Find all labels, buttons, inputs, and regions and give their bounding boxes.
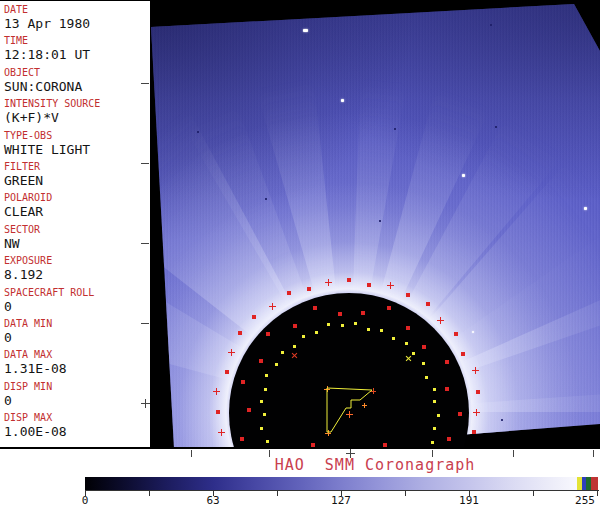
intensity-colorbar [85,477,598,490]
metadata-field: SPACECRAFT ROLL0 [0,284,150,315]
field-value: NW [4,236,150,251]
field-label: DATA MIN [4,315,150,330]
overlay-markers [150,1,600,447]
field-label: TYPE-OBS [4,127,150,142]
left-fiducial-plus [141,399,150,408]
field-label: DATE [4,1,150,16]
field-label: OBJECT [4,64,150,79]
metadata-field: EXPOSURE8.192 [0,252,150,283]
metadata-field: DATA MIN0 [0,315,150,346]
metadata-field: DATA MAX1.31E-08 [0,346,150,377]
metadata-field: DATE13 Apr 1980 [0,1,150,32]
field-label: TIME [4,32,150,47]
field-value: 8.192 [4,267,150,282]
pylon-outline [150,1,600,447]
left-fiducial-tick [141,163,149,164]
colorbar-tick-label: 127 [331,494,351,507]
colorbar-axis [85,490,599,491]
field-value: (K+F)*V [4,110,150,125]
colorbar-tick [597,490,598,496]
field-label: SPACECRAFT ROLL [4,284,150,299]
bottom-fiducial-tick [191,450,192,457]
colorbar-tick-label: 0 [82,494,89,507]
field-label: DISP MIN [4,378,150,393]
field-label: FILTER [4,158,150,173]
left-fiducial-tick [141,83,149,84]
field-value: 0 [4,393,150,408]
pylon-path [327,388,372,432]
left-fiducial-tick [141,323,149,324]
colorbar-tick [405,490,406,496]
metadata-field: INTENSITY SOURCE(K+F)*V [0,95,150,126]
colorbar-tick [533,490,534,496]
field-value: 13 Apr 1980 [4,16,150,31]
field-value: 0 [4,330,150,345]
metadata-field: DISP MIN0 [0,378,150,409]
footer-area: HAO SMM Coronagraph 063127191255 [0,449,600,512]
metadata-field: DISP MAX1.00E-08 [0,409,150,440]
metadata-field: OBJECTSUN:CORONA [0,64,150,95]
metadata-field: POLAROIDCLEAR [0,189,150,220]
colorbar-tick [149,490,150,496]
bottom-fiducial-tick [513,450,514,457]
colorbar-tick-label: 63 [206,494,219,507]
colorbar-tick [277,490,278,496]
field-label: DATA MAX [4,346,150,361]
bottom-fiducial-plus [346,449,355,458]
field-value: WHITE LIGHT [4,142,150,157]
bottom-fiducial-tick [432,450,433,457]
field-label: SECTOR [4,221,150,236]
field-value: 12:18:01 UT [4,47,150,62]
image-row: DATE13 Apr 1980TIME12:18:01 UTOBJECTSUN:… [0,0,600,449]
field-label: DISP MAX [4,409,150,424]
field-label: INTENSITY SOURCE [4,95,150,110]
field-label: EXPOSURE [4,252,150,267]
colorbar-tick-label: 255 [575,494,595,507]
field-value: GREEN [4,173,150,188]
bottom-fiducial-tick [269,450,270,457]
field-value: 1.00E-08 [4,424,150,439]
bottom-fiducial-tick [593,450,594,457]
colorbar-tick-label: 191 [459,494,479,507]
field-label: POLAROID [4,189,150,204]
field-value: CLEAR [4,204,150,219]
field-value: SUN:CORONA [4,79,150,94]
metadata-field: SECTORNW [0,221,150,252]
left-fiducial-tick [141,243,149,244]
metadata-field: TYPE-OBSWHITE LIGHT [0,127,150,158]
metadata-field: FILTERGREEN [0,158,150,189]
field-value: 1.31E-08 [4,361,150,376]
image-title: HAO SMM Coronagraph [150,456,600,474]
field-value: 0 [4,299,150,314]
coronagraph-image [150,1,600,447]
metadata-panel: DATE13 Apr 1980TIME12:18:01 UTOBJECTSUN:… [0,1,150,447]
smm-coronagraph-viewer: DATE13 Apr 1980TIME12:18:01 UTOBJECTSUN:… [0,0,600,512]
metadata-field: TIME12:18:01 UT [0,32,150,63]
